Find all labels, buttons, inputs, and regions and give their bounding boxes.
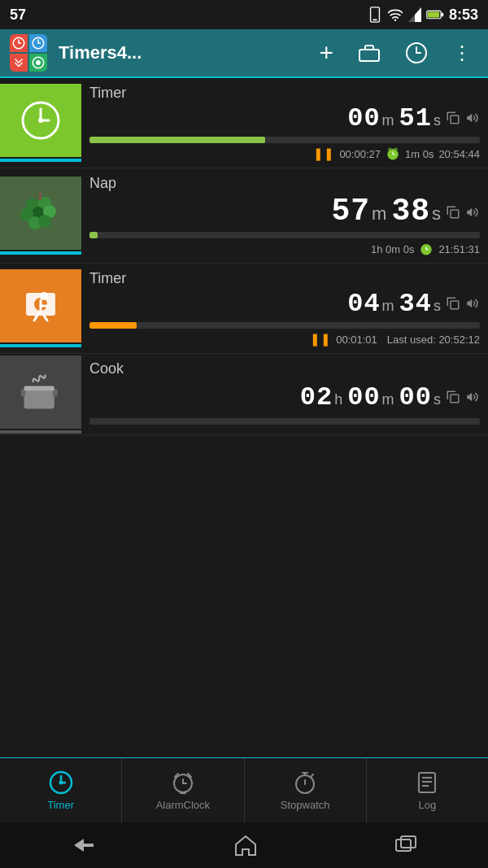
timer-indicator-4 bbox=[0, 430, 81, 434]
svg-marker-3 bbox=[415, 7, 421, 22]
svg-rect-7 bbox=[428, 11, 439, 17]
home-icon bbox=[233, 833, 259, 857]
recents-icon bbox=[394, 835, 420, 856]
tab-stopwatch-label: Stopwatch bbox=[281, 799, 330, 811]
timer-seconds-unit-4: s bbox=[434, 391, 441, 408]
timer-hours-unit-4: h bbox=[334, 391, 342, 408]
svg-point-11 bbox=[36, 60, 41, 65]
status-icons: 8:53 bbox=[368, 7, 478, 24]
timer-minutes-2: 57 bbox=[331, 194, 370, 229]
timer-minutes-unit-1: m bbox=[382, 112, 394, 129]
tab-timer[interactable]: Timer bbox=[0, 758, 122, 822]
svg-point-15 bbox=[38, 118, 43, 123]
copy-button-2[interactable] bbox=[446, 205, 460, 224]
timer-thumb-4[interactable] bbox=[0, 354, 81, 434]
alarm-icon-2 bbox=[419, 242, 434, 256]
signal-icon bbox=[408, 7, 421, 22]
tab-alarmclock[interactable]: AlarmClock bbox=[122, 758, 244, 822]
clock-button[interactable] bbox=[399, 38, 434, 68]
log-tab-icon bbox=[414, 770, 440, 796]
sound-button-2[interactable] bbox=[465, 205, 480, 224]
timer-display-2: 57 m 38 s bbox=[89, 194, 480, 229]
bottom-nav: Timer AlarmClock Stopwatch Log bbox=[0, 757, 488, 822]
timer-name-3: Timer bbox=[89, 270, 126, 287]
timer-indicator-3 bbox=[0, 344, 81, 347]
pause-icon-3: ❚❚ bbox=[310, 332, 331, 347]
timer-image-2 bbox=[0, 177, 81, 250]
tab-log-label: Log bbox=[419, 799, 437, 811]
timer-content-2: Nap 57 m 38 s bbox=[81, 168, 488, 263]
svg-rect-26 bbox=[39, 192, 41, 200]
timer-tab-icon bbox=[48, 770, 74, 796]
copy-button-4[interactable] bbox=[446, 390, 460, 408]
timer-meta-3: ❚❚ 00:01:01 Last used: 20:52:12 bbox=[89, 332, 480, 347]
recents-button[interactable] bbox=[394, 835, 420, 856]
svg-rect-16 bbox=[451, 116, 459, 124]
timer-top-row-4: Cook bbox=[89, 360, 480, 379]
back-button[interactable] bbox=[68, 834, 97, 857]
copy-button-3[interactable] bbox=[446, 296, 460, 315]
timer-thumb-1[interactable] bbox=[0, 78, 81, 168]
briefcase-button[interactable] bbox=[351, 40, 387, 66]
timer-end-3: Last used: 20:52:12 bbox=[387, 334, 480, 346]
timer-minutes-unit-3: m bbox=[382, 298, 394, 315]
briefcase-icon bbox=[358, 43, 381, 63]
timer-content-1: Timer 00 m 51 s bbox=[81, 78, 488, 168]
timer-end-1: 20:54:44 bbox=[438, 148, 480, 160]
tab-log[interactable]: Log bbox=[367, 758, 488, 822]
timer-meta-2: 1h 0m 0s 21:51:31 bbox=[89, 242, 480, 256]
timer-item-3: Timer 04 m 34 s bbox=[0, 264, 488, 354]
tab-stopwatch[interactable]: Stopwatch bbox=[245, 758, 367, 822]
svg-rect-32 bbox=[451, 301, 459, 309]
home-button[interactable] bbox=[233, 833, 259, 857]
timer-content-3: Timer 04 m 34 s bbox=[81, 264, 488, 353]
wifi-icon bbox=[387, 8, 403, 21]
svg-rect-6 bbox=[441, 13, 443, 17]
timer-name-2: Nap bbox=[89, 175, 116, 192]
timer-item-1: Timer 00 m 51 s bbox=[0, 78, 488, 168]
status-clock: 8:53 bbox=[449, 7, 478, 24]
timer-top-row-3: Timer bbox=[89, 270, 480, 289]
sound-button-3[interactable] bbox=[465, 296, 480, 315]
timer-elapsed-2: 1h 0m 0s bbox=[371, 243, 414, 255]
top-bar: Timers4... + ⋮ bbox=[0, 29, 488, 78]
timer-thumb-3[interactable] bbox=[0, 264, 81, 353]
timer-hours-4: 02 bbox=[300, 382, 333, 412]
timer-content-4: Cook 02 h 00 m 00 s bbox=[81, 354, 488, 434]
timer-seconds-unit-3: s bbox=[434, 298, 441, 315]
timer-seconds-unit-2: s bbox=[432, 203, 441, 225]
timer-indicator-1 bbox=[0, 159, 81, 162]
battery-icon bbox=[426, 9, 444, 20]
system-nav bbox=[0, 822, 488, 868]
tab-timer-label: Timer bbox=[47, 799, 74, 811]
svg-rect-46 bbox=[396, 840, 411, 851]
sound-button-4[interactable] bbox=[465, 390, 480, 408]
timer-display-1: 00 m 51 s bbox=[89, 103, 480, 133]
timer-seconds-4: 00 bbox=[399, 382, 432, 412]
timer-minutes-3: 04 bbox=[347, 289, 380, 319]
svg-rect-12 bbox=[359, 50, 379, 61]
timer-progress-bar-3 bbox=[89, 322, 480, 329]
app-title: Timers4... bbox=[59, 42, 301, 63]
timer-thumb-2[interactable] bbox=[0, 168, 81, 263]
timer-image-3 bbox=[0, 269, 81, 342]
svg-rect-27 bbox=[451, 210, 459, 218]
timer-top-row-2: Nap bbox=[89, 175, 480, 194]
timer-progress-fill-3 bbox=[89, 322, 137, 329]
timer-name-1: Timer bbox=[89, 85, 126, 102]
add-button[interactable]: + bbox=[312, 36, 340, 70]
timer-end-2: 21:51:31 bbox=[438, 243, 480, 255]
svg-point-25 bbox=[38, 215, 51, 228]
timer-display-4: 02 h 00 m 00 s bbox=[89, 382, 480, 412]
alarmclock-tab-icon bbox=[170, 770, 196, 796]
app-icon bbox=[10, 34, 47, 72]
sound-button-1[interactable] bbox=[465, 111, 480, 129]
more-button[interactable]: ⋮ bbox=[446, 38, 478, 68]
pause-icon-1: ❚❚ bbox=[313, 146, 334, 161]
svg-point-2 bbox=[394, 19, 397, 21]
clock-icon bbox=[405, 41, 428, 64]
timer-icons-1 bbox=[446, 111, 480, 129]
copy-button-1[interactable] bbox=[446, 111, 460, 129]
alarm-icon-1 bbox=[386, 146, 400, 161]
app-icon-bl bbox=[10, 54, 28, 72]
